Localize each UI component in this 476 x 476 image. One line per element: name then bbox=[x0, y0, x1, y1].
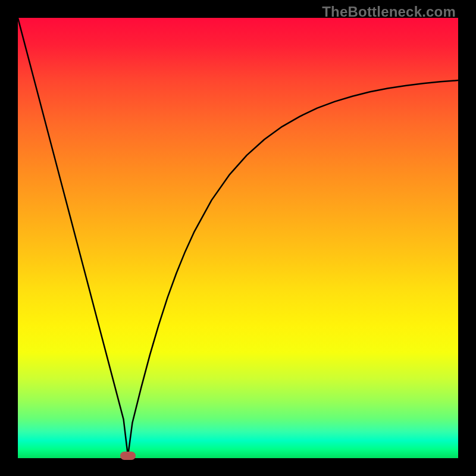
optimal-marker bbox=[120, 452, 136, 460]
curve-path bbox=[18, 18, 458, 456]
plot-area bbox=[18, 18, 458, 458]
chart-frame: TheBottleneck.com bbox=[0, 0, 476, 476]
bottleneck-curve bbox=[18, 18, 458, 458]
watermark-text: TheBottleneck.com bbox=[322, 4, 456, 20]
